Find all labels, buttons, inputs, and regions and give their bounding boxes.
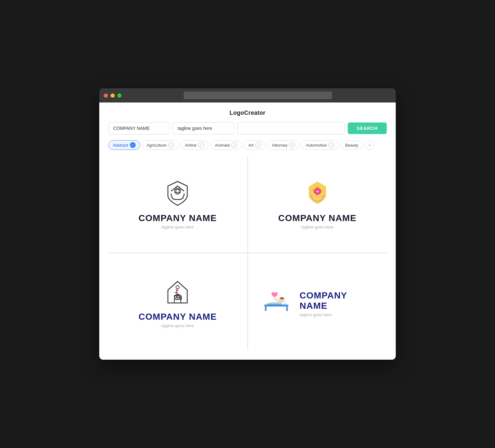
filter-check-attorney: ✓ [289, 142, 295, 148]
app-title: LogoCreator [99, 102, 396, 122]
filter-check-art: ✓ [255, 142, 261, 148]
logo-card-4[interactable]: COMPANY NAME tagline goes here [248, 253, 387, 350]
svg-line-15 [181, 296, 181, 297]
logo-card-1[interactable]: COMPANY NAME tagline goes here [108, 156, 247, 252]
svg-rect-19 [286, 307, 288, 311]
logo2-icon [303, 179, 332, 208]
logo-card-3[interactable]: COMPANY NAME tagline goes here [108, 253, 247, 350]
logo2-tagline: tagline goes here [301, 225, 334, 229]
company-name-input[interactable] [108, 122, 170, 134]
filter-chip-abstract[interactable]: Abstract ✓ [108, 140, 140, 150]
minimize-button[interactable] [111, 93, 115, 98]
app-body: LogoCreator SEARCH Abstract ✓ Agricultur… [99, 102, 396, 360]
logo2-company-name: COMPANY NAME [278, 213, 356, 223]
filter-label-agriculture: Agriculture [147, 143, 167, 148]
filter-label-abstract: Abstract [113, 143, 128, 148]
svg-rect-18 [265, 307, 267, 311]
app-title-text: LogoCreator [229, 110, 265, 116]
filter-chip-automotive[interactable]: Automotive ✓ [301, 140, 339, 150]
logo4-text: COMPANY NAME tagline goes here [300, 287, 377, 317]
filter-chip-beauty[interactable]: Beauty [341, 141, 363, 150]
logo3-company-name: COMPANY NAME [139, 312, 217, 322]
filter-chip-animals[interactable]: Animals ✓ [210, 140, 242, 150]
address-bar[interactable] [184, 92, 332, 99]
search-bar: SEARCH [99, 122, 396, 140]
maximize-button[interactable] [117, 93, 121, 98]
filter-label-airline: Airline [185, 143, 197, 148]
logo4-company-name: COMPANY NAME [300, 290, 377, 311]
search-button[interactable]: SEARCH [348, 122, 387, 134]
svg-point-7 [176, 286, 179, 289]
mac-window: LogoCreator SEARCH Abstract ✓ Agricultur… [99, 88, 396, 360]
filter-label-beauty: Beauty [345, 143, 358, 148]
filter-chip-agriculture[interactable]: Agriculture ✓ [142, 140, 179, 150]
filter-check-agriculture: ✓ [168, 142, 174, 148]
svg-point-20 [281, 301, 286, 305]
filter-label-automotive: Automotive [306, 143, 327, 148]
svg-rect-0 [176, 188, 179, 194]
filter-check-abstract: ✓ [130, 142, 136, 148]
filter-check-animals: ✓ [231, 142, 237, 148]
svg-rect-6 [315, 191, 320, 192]
logo4-tagline: tagline goes here [300, 312, 332, 317]
filter-chip-attorney[interactable]: Attorney ✓ [267, 140, 299, 150]
titlebar [99, 88, 396, 102]
close-button[interactable] [104, 93, 108, 98]
filter-chip-art[interactable]: Art ✓ [244, 140, 266, 150]
svg-rect-17 [264, 305, 288, 307]
tagline-input[interactable] [173, 122, 234, 134]
logo1-company-name: COMPANY NAME [139, 213, 217, 223]
logo3-tagline: tagline goes here [161, 323, 194, 328]
logo1-icon [163, 179, 192, 208]
filter-label-animals: Animals [215, 143, 230, 148]
filter-next-button[interactable]: → [365, 140, 374, 150]
filter-bar: Abstract ✓ Agriculture ✓ Airline ✓ Anima… [99, 140, 396, 156]
filter-label-attorney: Attorney [272, 143, 287, 148]
filter-check-automotive: ✓ [328, 142, 334, 148]
logo1-tagline: tagline goes here [161, 225, 194, 229]
filter-check-airline: ✓ [198, 142, 204, 148]
keyword-input[interactable] [237, 122, 345, 134]
logo3-icon [163, 276, 192, 308]
svg-rect-1 [175, 190, 180, 193]
logo-card-2[interactable]: COMPANY NAME tagline goes here [248, 156, 387, 252]
logo4-icon [258, 287, 293, 316]
filter-chip-airline[interactable]: Airline ✓ [180, 140, 209, 150]
logo-grid: COMPANY NAME tagline goes here [108, 156, 387, 350]
filter-label-art: Art [248, 143, 254, 148]
